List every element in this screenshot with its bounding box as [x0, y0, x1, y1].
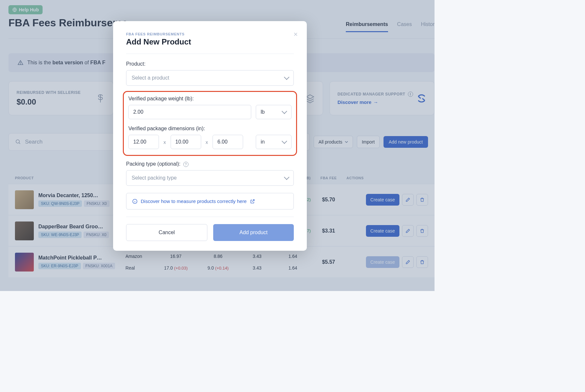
dims-label: Verified package dimensions (in):	[128, 126, 292, 132]
dim1-input[interactable]	[128, 135, 159, 149]
dim-unit-select[interactable]: in	[256, 135, 292, 149]
packing-label: Packing type (optional): ?	[126, 161, 294, 167]
divider	[126, 217, 294, 217]
x-separator: x	[206, 139, 208, 145]
close-icon[interactable]: ×	[293, 30, 298, 39]
weight-input[interactable]	[128, 105, 251, 119]
modal-title: Add New Product	[126, 37, 294, 46]
add-product-modal: FBA FEES REIMBURSEMENTS Add New Product …	[113, 21, 307, 251]
add-product-button[interactable]: Add product	[213, 224, 294, 241]
product-select[interactable]: Select a product	[126, 70, 294, 86]
weight-label: Verified package weight (lb):	[128, 96, 292, 102]
x-separator: x	[163, 139, 166, 145]
product-label: Product:	[126, 61, 294, 67]
dim2-input[interactable]	[171, 135, 201, 149]
measure-info-link[interactable]: Discover how to measure products correct…	[126, 193, 294, 209]
highlighted-section: Verified package weight (lb): lb Verifie…	[123, 91, 297, 156]
divider	[126, 54, 294, 54]
packing-select[interactable]: Select packing type	[126, 170, 294, 186]
modal-eyebrow: FBA FEES REIMBURSEMENTS	[126, 32, 294, 36]
weight-unit-select[interactable]: lb	[256, 105, 292, 119]
external-link-icon	[250, 199, 255, 204]
cancel-button[interactable]: Cancel	[126, 224, 207, 241]
dim3-input[interactable]	[213, 135, 243, 149]
help-icon[interactable]: ?	[183, 162, 188, 167]
